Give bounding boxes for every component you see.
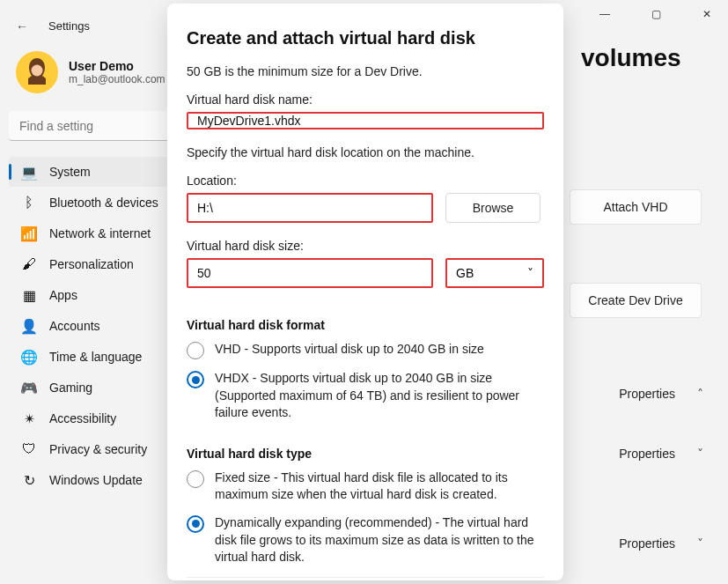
chevron-down-icon: ˅ — [527, 266, 533, 280]
svg-point-1 — [32, 65, 43, 77]
chevron-up-icon: ˄ — [697, 387, 703, 401]
name-label: Virtual hard disk name: — [187, 92, 544, 107]
sidebar-item-label: System — [49, 165, 91, 179]
windows-update-icon: ↻ — [21, 472, 37, 488]
format-heading: Virtual hard disk format — [187, 318, 544, 332]
properties-row-3[interactable]: Properties ˅ — [619, 524, 703, 563]
chevron-down-icon: ˅ — [697, 536, 703, 551]
page-title: volumes — [581, 44, 717, 72]
properties-row-1[interactable]: Properties ˄ — [619, 374, 703, 413]
sidebar-item-label: Apps — [49, 288, 77, 302]
browse-button[interactable]: Browse — [445, 193, 540, 223]
user-email: m_lab@outlook.com — [69, 73, 165, 85]
sidebar-item-label: Personalization — [49, 257, 134, 271]
personalization-icon: 🖌 — [21, 256, 37, 272]
properties-row-2[interactable]: Properties ˅ — [619, 434, 703, 473]
accounts-icon: 👤 — [21, 318, 37, 334]
vhd-name-input[interactable] — [187, 112, 544, 129]
sidebar-item-label: Windows Update — [49, 473, 143, 487]
sidebar-item-label: Network & internet — [49, 226, 151, 240]
apps-icon: ▦ — [21, 287, 37, 303]
sidebar-item-label: Privacy & security — [49, 442, 147, 456]
privacy-security-icon: 🛡 — [21, 441, 37, 457]
sidebar-item-label: Time & language — [49, 350, 142, 364]
dialog-note: 50 GB is the minimum size for a Dev Driv… — [187, 64, 544, 78]
user-name: User Demo — [69, 59, 165, 73]
minimize-button[interactable]: — — [587, 1, 622, 27]
type-fixed-radio[interactable]: Fixed size - This virtual hard disk file… — [187, 469, 544, 504]
maximize-button[interactable]: ▢ — [638, 1, 673, 27]
chevron-down-icon: ˅ — [697, 447, 703, 461]
gaming-icon: 🎮 — [21, 380, 37, 395]
close-window-button[interactable]: ✕ — [689, 1, 724, 27]
attach-vhd-button[interactable]: Attach VHD — [570, 189, 702, 225]
size-unit-select[interactable]: GB ˅ — [445, 258, 544, 288]
format-vhd-radio[interactable]: VHD - Supports virtual disk up to 2040 G… — [187, 341, 544, 359]
back-button[interactable]: ← — [16, 19, 28, 33]
size-label: Virtual hard disk size: — [187, 239, 544, 253]
sidebar-item-label: Accounts — [49, 319, 100, 333]
size-input[interactable] — [187, 258, 433, 288]
network-internet-icon: 📶 — [21, 225, 37, 241]
time-language-icon: 🌐 — [21, 349, 37, 365]
sidebar-item-label: Gaming — [49, 381, 92, 395]
dialog-title: Create and attach virtual hard disk — [187, 28, 544, 48]
sidebar-item-label: Bluetooth & devices — [49, 196, 158, 210]
system-icon: 💻 — [21, 164, 37, 180]
bluetooth-devices-icon: ᛒ — [21, 195, 37, 211]
type-heading: Virtual hard disk type — [187, 447, 544, 461]
location-note: Specify the virtual hard disk location o… — [187, 145, 544, 159]
location-label: Location: — [187, 174, 544, 188]
create-dev-drive-button[interactable]: Create Dev Drive — [570, 283, 702, 318]
type-dynamic-radio[interactable]: Dynamically expanding (recommended) - Th… — [187, 514, 544, 566]
location-input[interactable] — [187, 193, 433, 223]
create-vhd-dialog: Create and attach virtual hard disk 50 G… — [167, 4, 563, 580]
radio-icon — [187, 470, 204, 488]
radio-selected-icon — [187, 371, 204, 388]
radio-selected-icon — [187, 515, 204, 533]
accessibility-icon: ✴ — [21, 410, 37, 426]
radio-icon — [187, 342, 204, 359]
sidebar-item-label: Accessibility — [49, 411, 116, 425]
window-title: Settings — [48, 19, 90, 33]
avatar — [16, 51, 58, 93]
format-vhdx-radio[interactable]: VHDX - Supports virtual disk up to 2040 … — [187, 370, 544, 422]
